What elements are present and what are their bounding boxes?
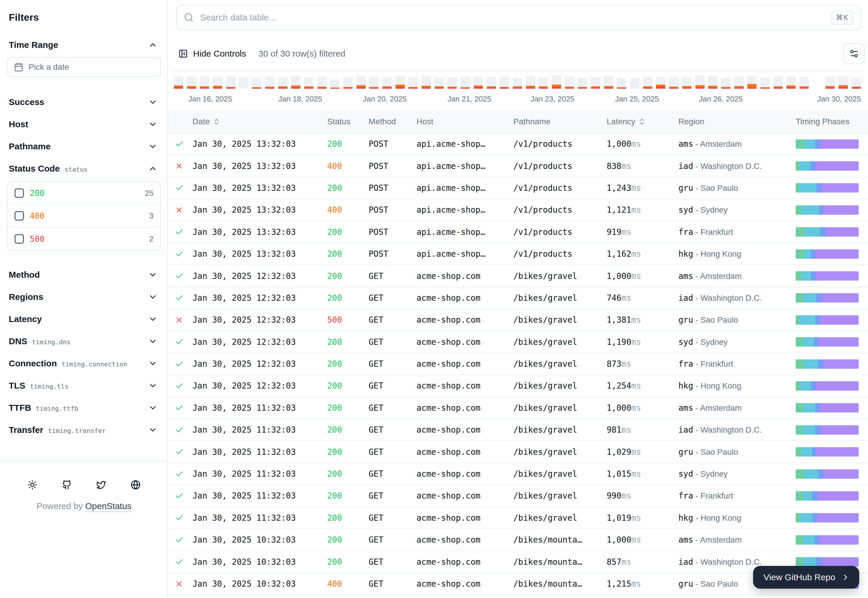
sidebar-section-dns[interactable]: DNStiming.dns <box>0 330 168 352</box>
table-row[interactable]: Jan 30, 2025 11:32:03200GETacme-shop.com… <box>168 463 868 485</box>
timeline-bar <box>852 78 861 89</box>
sidebar-section-connection[interactable]: Connectiontiming.connection <box>0 352 168 375</box>
timeline-chart <box>174 71 861 89</box>
cell-latency: 1,190ms <box>607 337 678 347</box>
sidebar-section-success[interactable]: Success <box>0 91 168 113</box>
timeline-tick-label: Jan 23, 2025 <box>530 94 574 103</box>
checkbox[interactable] <box>15 188 24 198</box>
cell-status: 200 <box>327 183 369 193</box>
cell-timing-phases <box>796 469 868 479</box>
success-check-icon <box>168 381 193 390</box>
header-pathname: Pathname <box>513 117 607 126</box>
cell-date: Jan 30, 2025 11:32:03 <box>193 425 327 435</box>
twitter-icon[interactable] <box>93 476 110 493</box>
view-settings-button[interactable] <box>844 43 865 64</box>
cell-timing-phases <box>796 293 868 302</box>
header-date[interactable]: Date <box>193 117 327 126</box>
timing-phases-bar <box>796 205 859 215</box>
cell-status: 200 <box>327 337 369 347</box>
cell-latency: 746ms <box>607 293 678 303</box>
cell-latency: 1,019ms <box>607 513 678 523</box>
globe-icon[interactable] <box>127 476 144 493</box>
timing-phases-bar <box>796 425 859 435</box>
timeline-bar <box>356 76 366 89</box>
sidebar-section-ttfb[interactable]: TTFBtiming.ttfb <box>0 397 168 419</box>
date-picker-input[interactable]: Pick a date <box>7 57 161 77</box>
cell-region: gru - Sao Paulo <box>678 447 796 457</box>
table-row[interactable]: Jan 30, 2025 11:32:03200GETacme-shop.com… <box>168 419 868 441</box>
table-body: Jan 30, 2025 13:32:03200POSTapi.acme-sho… <box>168 133 868 595</box>
cell-timing-phases <box>796 161 868 170</box>
timing-phases-bar <box>796 250 859 259</box>
table-row[interactable]: Jan 30, 2025 12:32:03200GETacme-shop.com… <box>168 265 868 287</box>
theme-toggle-sun-icon[interactable] <box>24 476 41 493</box>
hide-controls-button[interactable]: Hide Controls <box>178 49 246 58</box>
table-row[interactable]: Jan 30, 2025 10:32:03200GETacme-shop.com… <box>168 529 868 551</box>
openstatus-link[interactable]: OpenStatus <box>85 501 131 512</box>
cell-method: GET <box>369 447 417 457</box>
search-input[interactable] <box>199 12 826 23</box>
status-code-count: 25 <box>145 189 154 198</box>
table-row[interactable]: Jan 30, 2025 11:32:03200GETacme-shop.com… <box>168 441 868 463</box>
cell-date: Jan 30, 2025 12:32:03 <box>193 315 327 325</box>
cell-method: POST <box>369 183 417 193</box>
table-row[interactable]: Jan 30, 2025 12:32:03200GETacme-shop.com… <box>168 375 868 397</box>
table-row[interactable]: Jan 30, 2025 13:32:03200POSTapi.acme-sho… <box>168 243 868 265</box>
timing-phases-bar <box>796 469 859 479</box>
checkbox[interactable] <box>15 211 24 221</box>
sidebar-section-status-code[interactable]: Status Codestatus <box>0 157 168 180</box>
table-row[interactable]: Jan 30, 2025 12:32:03500GETacme-shop.com… <box>168 309 868 331</box>
cell-status: 200 <box>327 425 369 435</box>
cell-latency: 1,000ms <box>607 403 678 413</box>
chevron-down-icon <box>148 336 157 346</box>
table-row[interactable]: Jan 30, 2025 12:32:03200GETacme-shop.com… <box>168 331 868 353</box>
table-row[interactable]: Jan 30, 2025 12:32:03200GETacme-shop.com… <box>168 353 868 375</box>
view-github-repo-button[interactable]: View GitHub Repo <box>753 566 859 589</box>
github-icon[interactable] <box>58 476 76 493</box>
table-row[interactable]: Jan 30, 2025 13:32:03200POSTapi.acme-sho… <box>168 177 868 199</box>
table-row[interactable]: Jan 30, 2025 11:32:03200GETacme-shop.com… <box>168 507 868 529</box>
sidebar-section-transfer[interactable]: Transfertiming.transfer <box>0 419 168 441</box>
cell-region: ams - Amsterdam <box>678 271 796 281</box>
timing-phases-bar <box>796 403 859 413</box>
status-option-200[interactable]: 20025 <box>7 182 160 205</box>
table-row[interactable]: Jan 30, 2025 11:32:03200GETacme-shop.com… <box>168 397 868 419</box>
timeline-bar <box>539 78 548 89</box>
cell-pathname: /bikes/mounta… <box>513 535 607 545</box>
sidebar-section-pathname[interactable]: Pathname <box>0 135 168 157</box>
sidebar-section-host[interactable]: Host <box>0 113 168 135</box>
cell-host: acme-shop.com <box>417 425 513 435</box>
table-row[interactable]: Jan 30, 2025 13:32:03400POSTapi.acme-sho… <box>168 155 868 177</box>
table-row[interactable]: Jan 30, 2025 13:32:03400POSTapi.acme-sho… <box>168 199 868 221</box>
status-option-500[interactable]: 5002 <box>7 227 160 250</box>
cell-date: Jan 30, 2025 13:32:03 <box>193 161 327 171</box>
table-row[interactable]: Jan 30, 2025 11:32:03200GETacme-shop.com… <box>168 485 868 507</box>
header-latency[interactable]: Latency <box>607 117 678 126</box>
table-row[interactable]: Jan 30, 2025 13:32:03200POSTapi.acme-sho… <box>168 133 868 155</box>
cell-latency: 1,215ms <box>607 579 678 589</box>
cell-method: GET <box>369 557 417 567</box>
cell-status: 400 <box>327 205 369 215</box>
sidebar-section-latency[interactable]: Latency <box>0 308 168 330</box>
table-row[interactable]: Jan 30, 2025 12:32:03200GETacme-shop.com… <box>168 287 868 309</box>
timing-phases-bar <box>796 293 859 302</box>
header-host: Host <box>417 117 513 126</box>
timeline-bar <box>682 77 692 89</box>
sidebar-section-tls[interactable]: TLStiming.tls <box>0 375 168 397</box>
cell-status: 200 <box>327 227 369 237</box>
checkbox[interactable] <box>15 234 24 244</box>
status-option-400[interactable]: 4003 <box>7 205 160 227</box>
section-label: DNS <box>9 336 27 346</box>
sidebar-section-method[interactable]: Method <box>0 264 168 286</box>
cell-pathname: /bikes/gravel <box>513 381 607 390</box>
sidebar-section-regions[interactable]: Regions <box>0 286 168 308</box>
timeline-bar <box>786 77 796 89</box>
cell-pathname: /bikes/gravel <box>513 359 607 369</box>
timeline-bar <box>435 78 444 89</box>
timeline-bar <box>369 77 379 89</box>
cell-timing-phases <box>796 250 868 259</box>
sidebar-section-time-range[interactable]: Time Range <box>0 34 168 56</box>
cell-region: iad - Washington D.C. <box>678 425 796 435</box>
cell-pathname: /v1/products <box>513 227 607 237</box>
table-row[interactable]: Jan 30, 2025 13:32:03200POSTapi.acme-sho… <box>168 221 868 243</box>
